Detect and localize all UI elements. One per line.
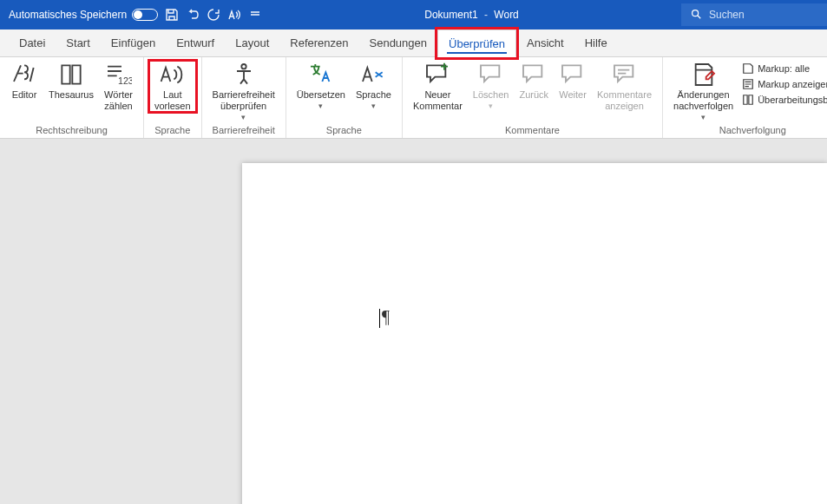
tab-ueberpruefen[interactable]: Überprüfen — [437, 29, 516, 57]
delete-comment-icon — [477, 62, 505, 87]
next-comment-icon — [559, 62, 587, 87]
editor-icon — [10, 62, 38, 87]
tab-referenzen[interactable]: Referenzen — [279, 29, 358, 56]
read-aloud-icon — [159, 62, 187, 87]
ribbon: Editor Thesaurus 123 Wörter zählen Recht… — [0, 57, 827, 139]
save-icon[interactable] — [165, 8, 179, 22]
thesaurus-button[interactable]: Thesaurus — [43, 61, 99, 101]
title-bar: Automatisches Speichern Dokument1 - Word… — [0, 0, 827, 29]
tab-entwurf[interactable]: Entwurf — [166, 29, 225, 56]
read-aloud-qat-icon[interactable] — [227, 8, 241, 22]
group-rechtschreibung: Editor Thesaurus 123 Wörter zählen Recht… — [0, 57, 144, 138]
undo-icon[interactable] — [186, 8, 200, 22]
svg-text:123: 123 — [118, 75, 132, 86]
markup-all-icon — [742, 62, 754, 75]
delete-comment-button: Löschen ▾ — [468, 61, 515, 110]
thesaurus-icon — [57, 62, 85, 87]
chevron-down-icon: ▾ — [371, 101, 376, 110]
document-name: Dokument1 — [424, 9, 477, 21]
translate-icon — [307, 62, 335, 87]
quick-access-toolbar: Automatisches Speichern — [0, 8, 262, 22]
group-label-rechtschreibung: Rechtschreibung — [36, 123, 108, 138]
tracking-options: Markup: alle Markup anzeigen Überarbeitu… — [738, 61, 827, 106]
language-icon — [359, 62, 387, 87]
title-separator: - — [484, 9, 488, 21]
tab-hilfe[interactable]: Hilfe — [574, 29, 618, 56]
ribbon-tabs: Datei Start Einfügen Entwurf Layout Refe… — [0, 29, 827, 57]
language-button[interactable]: Sprache ▾ — [351, 61, 397, 110]
redo-icon[interactable] — [207, 8, 220, 22]
group-label-kommentare: Kommentare — [505, 123, 560, 138]
accessibility-icon — [230, 62, 258, 87]
tab-einfuegen[interactable]: Einfügen — [101, 29, 166, 56]
svg-point-0 — [692, 10, 699, 16]
group-sprache-2: Übersetzen ▾ Sprache ▾ Sprache — [286, 57, 403, 138]
next-comment-button: Weiter — [554, 61, 592, 101]
group-label-barrierefreiheit: Barrierefreiheit — [213, 123, 275, 138]
chevron-down-icon: ▾ — [489, 101, 493, 110]
markup-display-dropdown[interactable]: Markup: alle — [742, 62, 827, 75]
previous-comment-icon — [520, 62, 548, 87]
group-label-nachverfolgung: Nachverfolgung — [719, 123, 786, 138]
group-barrierefreiheit: Barrierefreiheit überprüfen ▾ Barrierefr… — [202, 57, 286, 138]
group-sprache-1: Laut vorlesen Sprache — [144, 57, 202, 138]
tab-datei[interactable]: Datei — [9, 29, 56, 56]
editor-button[interactable]: Editor — [5, 61, 43, 101]
paragraph-mark: ¶ — [379, 307, 390, 328]
chevron-down-icon: ▾ — [241, 113, 246, 121]
group-nachverfolgung: Änderungen nachverfolgen ▾ Markup: alle … — [663, 57, 827, 138]
previous-comment-button: Zurück — [514, 61, 554, 101]
document-page[interactable]: ¶ — [242, 163, 827, 504]
autosave-toggle[interactable]: Automatisches Speichern — [9, 9, 158, 21]
read-aloud-button[interactable]: Laut vorlesen — [149, 61, 196, 112]
group-label-sprache-2: Sprache — [326, 123, 362, 138]
track-changes-button[interactable]: Änderungen nachverfolgen ▾ — [668, 61, 738, 121]
tab-start[interactable]: Start — [56, 29, 100, 56]
word-count-icon: 123 — [104, 62, 132, 87]
show-markup-icon — [742, 78, 754, 90]
group-kommentare: Neuer Kommentar Löschen ▾ Zurück Weiter … — [403, 57, 663, 138]
chevron-down-icon: ▾ — [701, 113, 706, 121]
window-title: Dokument1 - Word — [262, 9, 681, 21]
toggle-off-icon[interactable] — [132, 9, 158, 21]
track-changes-icon — [690, 62, 718, 87]
new-comment-icon — [423, 62, 451, 87]
search-placeholder: Suchen — [709, 9, 745, 21]
app-name: Word — [494, 9, 518, 21]
autosave-label: Automatisches Speichern — [9, 9, 127, 21]
tab-ansicht[interactable]: Ansicht — [516, 29, 574, 56]
show-comments-icon — [611, 62, 639, 87]
svg-point-2 — [241, 64, 246, 69]
tab-layout[interactable]: Layout — [225, 29, 279, 56]
search-box[interactable]: Suchen — [681, 3, 827, 26]
customize-qat-icon[interactable] — [248, 8, 262, 22]
chevron-down-icon: ▾ — [318, 101, 323, 110]
tab-sendungen[interactable]: Sendungen — [359, 29, 438, 56]
group-label-sprache-1: Sprache — [154, 123, 190, 138]
show-markup-button[interactable]: Markup anzeigen — [742, 78, 827, 90]
document-workspace: ¶ — [0, 139, 827, 504]
word-count-button[interactable]: 123 Wörter zählen — [99, 61, 138, 112]
show-comments-button: Kommentare anzeigen — [592, 61, 657, 112]
new-comment-button[interactable]: Neuer Kommentar — [408, 61, 468, 112]
search-icon — [690, 8, 702, 23]
translate-button[interactable]: Übersetzen ▾ — [292, 61, 351, 110]
accessibility-check-button[interactable]: Barrierefreiheit überprüfen ▾ — [207, 61, 280, 121]
reviewing-pane-icon — [742, 94, 754, 106]
reviewing-pane-button[interactable]: Überarbeitungsbe — [742, 94, 827, 106]
